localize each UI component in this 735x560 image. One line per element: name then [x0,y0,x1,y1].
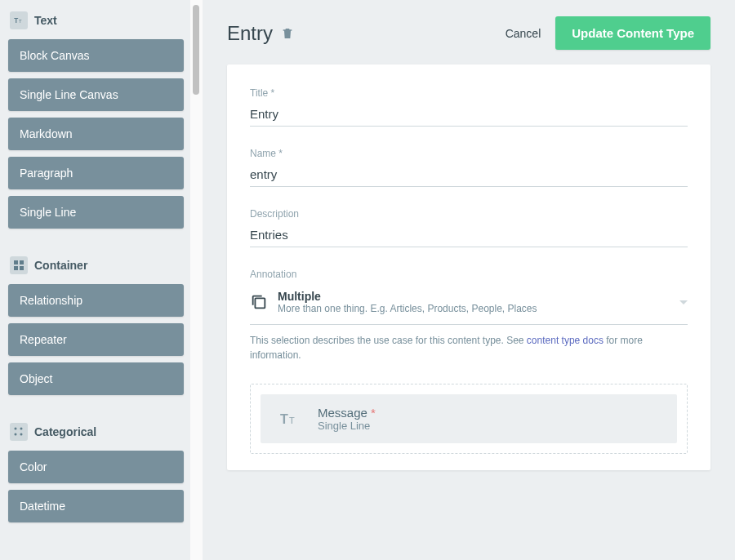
sidebar-item-object[interactable]: Object [8,362,184,395]
annotation-select[interactable]: Multiple More than one thing. E.g. Artic… [250,285,688,325]
svg-rect-3 [20,260,24,264]
group-title: Container [34,259,87,272]
svg-text:T: T [14,17,18,24]
sidebar-item-single-line[interactable]: Single Line [8,196,184,229]
sidebar: TT Text Block Canvas Single Line Canvas … [0,0,203,560]
title-input[interactable] [250,104,688,127]
content-type-form: Title * Name * Description Annotation Mu… [227,64,710,470]
name-label: Name * [250,148,688,159]
page-title: Entry [227,22,273,45]
help-prefix: This selection describes the use case fo… [250,335,527,346]
annotation-title: Multiple [278,290,670,303]
topbar: Entry Cancel Update Content Type [227,16,710,50]
group-title: Text [34,14,57,27]
annotation-subtitle: More than one thing. E.g. Articles, Prod… [278,303,670,314]
svg-point-9 [20,433,23,436]
description-label: Description [250,208,688,220]
text-icon: TT [275,406,301,432]
group-header-text: TT Text [8,8,184,33]
trash-icon[interactable] [281,26,294,41]
group-header-categorical: Categorical [8,420,184,444]
sidebar-group-container: Container Relationship Repeater Object [8,253,184,395]
title-row: Title * [250,87,688,127]
sidebar-scrollbar-thumb[interactable] [193,5,199,95]
sidebar-item-block-canvas[interactable]: Block Canvas [8,39,184,72]
svg-text:T: T [19,19,22,24]
description-input[interactable] [250,224,688,247]
container-icon [10,256,28,274]
categorical-icon [10,423,28,441]
required-indicator: * [371,406,376,420]
group-title: Categorical [34,425,96,438]
annotation-help-text: This selection describes the use case fo… [250,333,688,362]
svg-rect-5 [20,266,24,270]
group-header-container: Container [8,253,184,278]
cancel-button[interactable]: Cancel [491,19,556,48]
annotation-label: Annotation [250,269,688,280]
svg-point-8 [15,433,17,436]
svg-point-6 [15,428,17,430]
svg-point-7 [20,428,23,430]
title-label: Title * [250,87,688,99]
svg-text:T: T [280,412,288,426]
sidebar-item-relationship[interactable]: Relationship [8,284,184,317]
name-input[interactable] [250,164,688,187]
update-content-type-button[interactable]: Update Content Type [555,16,710,50]
chevron-down-icon [679,300,688,304]
text-icon: TT [10,11,28,29]
sidebar-scrollbar[interactable] [190,0,203,560]
svg-text:T: T [289,416,295,425]
sidebar-item-repeater[interactable]: Repeater [8,323,184,356]
field-title: Message * [318,406,662,420]
description-row: Description [250,208,688,247]
sidebar-item-color[interactable]: Color [8,451,184,483]
name-row: Name * [250,148,688,187]
sidebar-item-datetime[interactable]: Datetime [8,490,184,522]
sidebar-item-paragraph[interactable]: Paragraph [8,157,184,189]
field-type: Single Line [318,420,662,432]
main: Entry Cancel Update Content Type Title *… [203,0,735,560]
sidebar-group-categorical: Categorical Color Datetime [8,420,184,522]
field-card-message[interactable]: TT Message * Single Line [261,394,677,443]
sidebar-item-markdown[interactable]: Markdown [8,118,184,150]
annotation-row: Annotation Multiple More than one thing.… [250,269,688,362]
fields-dropzone[interactable]: TT Message * Single Line [250,384,688,454]
svg-rect-10 [255,298,265,308]
content-type-docs-link[interactable]: content type docs [527,335,604,346]
sidebar-group-text: TT Text Block Canvas Single Line Canvas … [8,8,184,229]
sidebar-item-single-line-canvas[interactable]: Single Line Canvas [8,78,184,111]
svg-rect-4 [14,266,18,270]
multiple-icon [250,293,268,311]
svg-rect-2 [14,260,18,264]
